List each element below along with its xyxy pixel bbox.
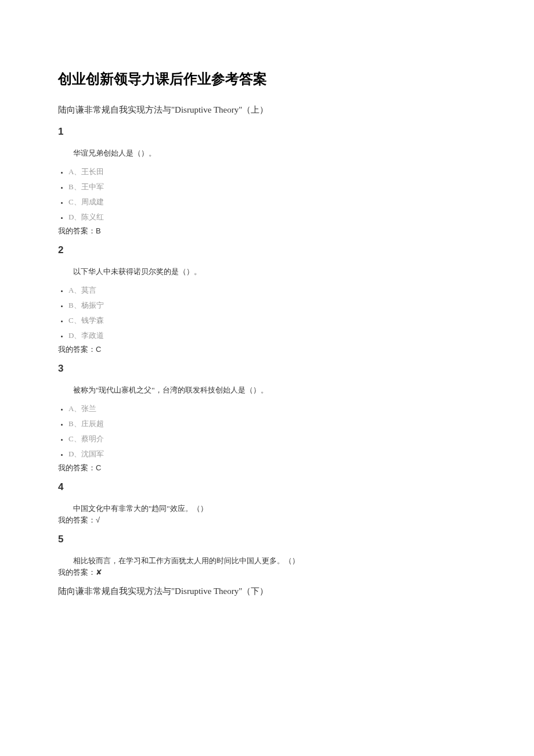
- answer-label: 我的答案：: [58, 226, 96, 235]
- question-text: 中国文化中有非常大的"趋同"效应。（）: [58, 503, 476, 514]
- section-title-lower: 陆向谦非常规自我实现方法与"Disruptive Theory"（下）: [58, 586, 476, 597]
- option-b: B、王中军: [68, 179, 476, 195]
- option-list: A、王长田 B、王中军 C、周成建 D、陈义红: [58, 164, 476, 225]
- option-b: B、庄辰超: [68, 416, 476, 431]
- option-a: A、莫言: [68, 283, 476, 298]
- answer-line: 我的答案：C: [58, 463, 476, 473]
- option-d: D、陈义红: [68, 210, 476, 225]
- option-a: A、王长田: [68, 164, 476, 179]
- option-c: C、蔡明介: [68, 431, 476, 447]
- answer-line: 我的答案：√: [58, 515, 476, 525]
- question-text: 以下华人中未获得诺贝尔奖的是（）。: [58, 267, 476, 277]
- option-c: C、周成建: [68, 195, 476, 210]
- question-number: 1: [58, 126, 476, 138]
- option-d: D、李政道: [68, 328, 476, 343]
- answer-line: 我的答案：✘: [58, 567, 476, 578]
- question-text: 相比较而言，在学习和工作方面犹太人用的时间比中国人更多。（）: [58, 556, 476, 566]
- question-text: 华谊兄弟创始人是（）。: [58, 148, 476, 159]
- answer-label: 我的答案：: [58, 463, 96, 472]
- question-text: 被称为"现代山寨机之父"，台湾的联发科技创始人是（）。: [58, 385, 476, 395]
- question-number: 3: [58, 363, 476, 375]
- option-a: A、张兰: [68, 401, 476, 416]
- option-b: B、杨振宁: [68, 298, 476, 313]
- section-title-upper: 陆向谦非常规自我实现方法与"Disruptive Theory"（上）: [58, 105, 476, 116]
- option-list: A、莫言 B、杨振宁 C、钱学森 D、李政道: [58, 283, 476, 343]
- option-d: D、沈国军: [68, 447, 476, 462]
- question-number: 5: [58, 534, 476, 545]
- option-c: C、钱学森: [68, 313, 476, 328]
- answer-line: 我的答案：B: [58, 226, 476, 236]
- answer-label: 我的答案：: [58, 516, 96, 524]
- answer-label: 我的答案：: [58, 345, 96, 354]
- option-list: A、张兰 B、庄辰超 C、蔡明介 D、沈国军: [58, 401, 476, 462]
- answer-value: ✘: [96, 568, 102, 577]
- answer-value: C: [96, 345, 101, 354]
- document-page: 创业创新领导力课后作业参考答案 陆向谦非常规自我实现方法与"Disruptive…: [0, 0, 534, 642]
- answer-label: 我的答案：: [58, 568, 96, 577]
- question-number: 4: [58, 481, 476, 493]
- main-title: 创业创新领导力课后作业参考答案: [58, 70, 476, 88]
- answer-value: C: [96, 463, 101, 472]
- question-number: 2: [58, 244, 476, 256]
- answer-value: √: [96, 516, 100, 524]
- answer-value: B: [96, 226, 101, 235]
- answer-line: 我的答案：C: [58, 344, 476, 355]
